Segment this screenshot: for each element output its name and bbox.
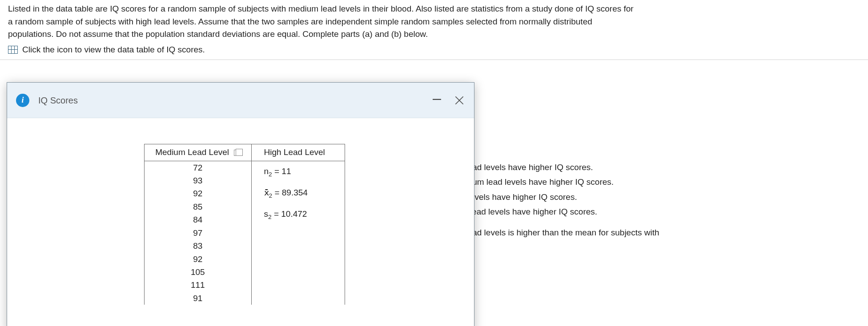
medium-value: 105: [154, 266, 241, 278]
table-icon[interactable]: [8, 46, 18, 54]
col-header-medium-label: Medium Lead Level: [155, 147, 229, 157]
intro-line-2: a random sample of subjects with high le…: [8, 16, 860, 28]
col-header-high: High Lead Level: [251, 144, 345, 161]
info-icon: i: [16, 94, 29, 107]
medium-value: 84: [154, 213, 241, 226]
medium-values-cell: 72 93 92 85 84 97 83 92 105 111 91: [145, 161, 251, 305]
dialog-header: i IQ Scores –: [7, 83, 474, 118]
high-stats-cell: n2 = 11 x̄2 = 89.354 s2 = 10.472: [251, 161, 345, 305]
medium-value: 91: [154, 292, 241, 305]
dialog-title: IQ Scores: [38, 94, 433, 107]
intro-line-1: Listed in the data table are IQ scores f…: [8, 3, 860, 16]
intro-line-3: populations. Do not assume that the popu…: [8, 28, 860, 41]
medium-value: 92: [154, 253, 241, 266]
close-icon: [454, 95, 465, 106]
data-table-link-text[interactable]: Click the icon to view the data table of…: [22, 44, 205, 56]
stat-n2: n2 = 11: [264, 161, 335, 183]
medium-value: 92: [154, 187, 241, 200]
dialog-body: Medium Lead Level High Lead Level 72 93 …: [7, 118, 474, 305]
medium-value: 72: [154, 161, 241, 174]
iq-scores-dialog: i IQ Scores – Medium Lead Level: [7, 82, 474, 326]
stat-xbar2: x̄2 = 89.354: [264, 183, 335, 204]
medium-value: 85: [154, 200, 241, 213]
data-table-link-row[interactable]: Click the icon to view the data table of…: [0, 43, 868, 60]
medium-value: 83: [154, 239, 241, 252]
copy-icon[interactable]: [234, 150, 240, 156]
medium-value: 93: [154, 174, 241, 187]
col-header-medium: Medium Lead Level: [145, 144, 251, 161]
medium-value: 97: [154, 227, 241, 239]
problem-statement: Listed in the data table are IQ scores f…: [0, 0, 868, 43]
close-button[interactable]: [454, 95, 465, 106]
iq-score-table: Medium Lead Level High Lead Level 72 93 …: [144, 144, 345, 305]
medium-value: 111: [154, 278, 241, 291]
section-divider: [0, 60, 868, 60]
dialog-controls: –: [433, 95, 465, 106]
stat-s2: s2 = 10.472: [264, 204, 335, 225]
